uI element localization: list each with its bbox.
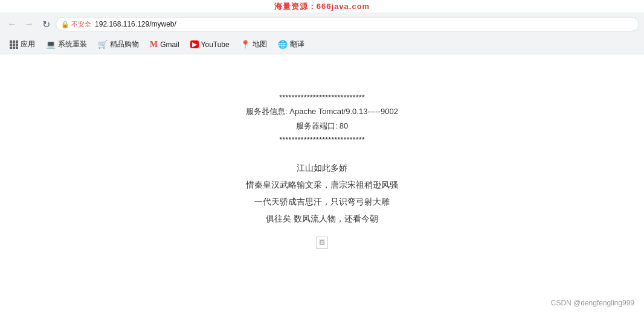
refresh-button[interactable]: ↻	[39, 17, 53, 31]
bookmark-apps[interactable]: 应用	[5, 38, 40, 51]
bookmark-gmail-label: Gmail	[160, 40, 179, 49]
banner-text: 海量资源：666java.com	[274, 1, 370, 12]
poem-title: 江山如此多娇	[246, 159, 398, 176]
bookmark-reinstall[interactable]: 💻 系统重装	[41, 38, 92, 51]
computer-icon: 💻	[46, 40, 56, 49]
gmail-icon: M	[150, 40, 158, 49]
address-bar[interactable]: 🔒 不安全 192.168.116.129/myweb/	[56, 17, 639, 31]
bookmark-youtube[interactable]: ▶ YouTube	[185, 39, 234, 50]
back-button[interactable]: ←	[5, 17, 19, 31]
poem-line3: 俱往矣 数风流人物，还看今朝	[246, 210, 398, 227]
maps-icon: 📍	[240, 40, 250, 49]
forward-button[interactable]: →	[22, 17, 36, 31]
page-content: **************************** 服务器信息: Apac…	[0, 54, 644, 312]
url-text: 192.168.116.129/myweb/	[95, 20, 176, 28]
translate-icon: 🌐	[278, 40, 288, 49]
bookmark-apps-label: 应用	[21, 39, 35, 49]
server-info-line1: 服务器信息: Apache Tomcat/9.0.13-----9002	[246, 104, 398, 118]
bookmark-taobao[interactable]: 🛒 精品购物	[93, 38, 144, 51]
bookmark-maps-label: 地图	[253, 39, 267, 49]
server-info-line2: 服务器端口: 80	[246, 119, 398, 133]
bookmark-youtube-label: YouTube	[201, 40, 230, 49]
bookmark-reinstall-label: 系统重装	[58, 39, 87, 49]
server-info-block: **************************** 服务器信息: Apac…	[246, 91, 398, 147]
security-indicator: 🔒 不安全	[61, 20, 91, 29]
taobao-icon: 🛒	[98, 40, 108, 49]
poem-line1: 惜秦皇汉武略输文采，唐宗宋祖稍逊风骚	[246, 176, 398, 193]
poem-block: 江山如此多娇 惜秦皇汉武略输文采，唐宗宋祖稍逊风骚 一代天骄成吉思汗，只识弯弓射…	[246, 159, 398, 227]
apps-grid-icon	[10, 40, 18, 49]
bookmarks-bar: 应用 💻 系统重装 🛒 精品购物 M Gmail ▶ YouTube 📍 地图 …	[0, 35, 644, 54]
server-stars-bottom: ****************************	[246, 133, 398, 147]
youtube-icon: ▶	[190, 40, 199, 48]
poem-line2: 一代天骄成吉思汗，只识弯弓射大雕	[246, 193, 398, 210]
bookmark-translate[interactable]: 🌐 翻译	[273, 38, 309, 51]
bookmark-taobao-label: 精品购物	[110, 39, 139, 49]
csdn-watermark: CSDN @dengfengling999	[551, 299, 634, 307]
bookmark-translate-label: 翻译	[290, 39, 304, 49]
bookmark-maps[interactable]: 📍 地图	[236, 38, 272, 51]
nav-bar: ← → ↻ 🔒 不安全 192.168.116.129/myweb/	[0, 13, 644, 35]
broken-image: 🖼	[316, 237, 328, 249]
server-stars-top: ****************************	[246, 91, 398, 104]
bookmark-gmail[interactable]: M Gmail	[145, 39, 184, 51]
top-banner: 海量资源：666java.com	[0, 0, 644, 13]
